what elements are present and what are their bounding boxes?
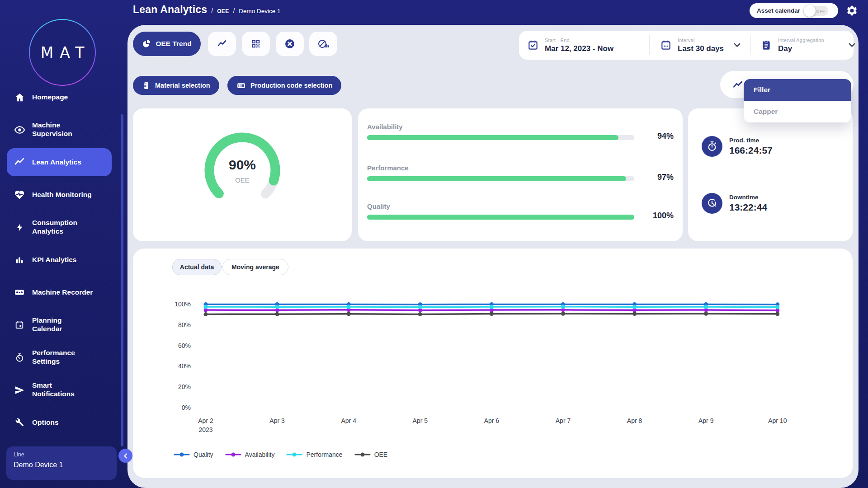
oee-label: OEE (235, 176, 250, 184)
sidebar-item-health-monitoring[interactable]: Health Monitoring (0, 178, 127, 211)
legend-item-oee[interactable]: OEE (354, 451, 388, 458)
divider (750, 35, 751, 55)
data-point[interactable] (275, 312, 279, 316)
sidebar-item-performance-settings[interactable]: Performance Settings (0, 341, 127, 374)
sidebar-scrollbar[interactable] (121, 114, 123, 446)
production-code-selection-label: Production code selection (250, 82, 332, 89)
x-axis-tick: Apr 4 (341, 417, 356, 424)
breadcrumb-device[interactable]: Demo Device 1 (239, 8, 280, 14)
quality-bar-track (367, 215, 634, 220)
availability-bar-fill (367, 135, 618, 140)
asset-calendar-switch[interactable]: OFF (805, 6, 828, 16)
legend-label: Performance (306, 451, 342, 458)
filter-bar: Start - End Mar 12, 2023 - Now Interval … (519, 31, 854, 60)
toggle-knob[interactable] (804, 5, 816, 17)
settings-gear-icon[interactable] (846, 5, 858, 17)
breadcrumb-oee[interactable]: OEE (217, 8, 229, 14)
toggle-off-label: OFF (816, 9, 826, 14)
data-point[interactable] (418, 305, 422, 309)
data-point[interactable] (490, 305, 494, 309)
data-point[interactable] (204, 305, 208, 309)
legend-label: OEE (374, 451, 388, 458)
sidebar-item-lean-analytics[interactable]: Lean Analytics (0, 146, 127, 178)
tab-actual-data[interactable]: Actual data (172, 259, 222, 275)
y-axis-tick: 60% (178, 342, 191, 349)
data-point[interactable] (704, 312, 708, 316)
trend-chart-button[interactable] (208, 32, 236, 56)
downtime-value: 13:22:44 (729, 202, 767, 213)
availability-bar-track (367, 135, 634, 140)
breadcrumb-separator: / (233, 7, 235, 14)
aggregation-value: Day (778, 44, 836, 53)
dropdown-option-capper[interactable]: Capper (744, 101, 851, 122)
sidebar-collapse-button[interactable] (118, 449, 132, 463)
sidebar-item-machine-supervision[interactable]: Machine Supervision (0, 113, 127, 146)
sidebar-item-homepage[interactable]: Homepage (0, 81, 127, 113)
calendar-icon (14, 319, 25, 331)
x-axis-tick: Apr 2 (198, 417, 213, 424)
aggregation-select[interactable]: Interval Aggregation Day (760, 31, 855, 60)
times-card (688, 108, 853, 241)
material-selection-button[interactable]: Material selection (133, 76, 219, 95)
legend-label: Availability (245, 451, 275, 458)
asset-calendar-toggle-pill[interactable]: Asset calendar OFF (750, 3, 838, 18)
barcode-icon (236, 81, 246, 90)
recorder-icon (14, 286, 25, 298)
legend-label: Quality (193, 451, 213, 458)
x-axis-year-label: 2023 (198, 426, 212, 433)
sidebar-nav: Homepage Machine Supervision Lean Analyt… (0, 81, 127, 439)
production-code-selection-button[interactable]: Production code selection (227, 76, 341, 95)
page-title: Lean Analytics (133, 4, 207, 16)
data-point[interactable] (204, 312, 208, 316)
data-point[interactable] (775, 305, 779, 309)
y-axis-tick: 100% (175, 300, 191, 308)
data-point[interactable] (632, 305, 637, 309)
interval-select[interactable]: Interval Last 30 days (660, 31, 741, 60)
data-point[interactable] (347, 312, 351, 316)
bar-chart-icon (14, 254, 25, 266)
prod-time-value: 166:24:57 (729, 145, 773, 156)
data-point[interactable] (775, 312, 779, 316)
start-end-value: Mar 12, 2023 - Now (545, 44, 613, 53)
chevron-down-icon (849, 43, 855, 47)
no-data-chart-button[interactable] (309, 32, 337, 56)
x-axis-tick: Apr 3 (269, 417, 285, 424)
x-axis-tick: Apr 7 (556, 417, 571, 424)
sidebar-item-consumption-analytics[interactable]: Consumption Analytics (0, 211, 127, 244)
legend-item-quality[interactable]: Quality (174, 451, 213, 458)
downtime-row: Downtime 13:22:44 (702, 193, 767, 214)
data-point[interactable] (418, 312, 422, 316)
data-point[interactable] (632, 312, 637, 316)
sidebar-item-smart-notifications[interactable]: Smart Notifications (0, 374, 127, 406)
legend-item-availability[interactable]: Availability (225, 451, 275, 458)
legend-item-performance[interactable]: Performance (286, 451, 342, 458)
sidebar-item-options[interactable]: Options (0, 406, 127, 439)
data-point[interactable] (490, 312, 494, 316)
legend-marker (225, 452, 241, 457)
clear-selection-button[interactable] (276, 32, 304, 56)
dropdown-option-filler[interactable]: Filler (744, 79, 851, 101)
send-icon (14, 384, 25, 396)
sidebar-item-machine-recorder[interactable]: Machine Recorder (0, 276, 127, 309)
calendar-icon (660, 39, 672, 51)
close-circle-icon (284, 38, 295, 49)
date-range-control[interactable]: Start - End Mar 12, 2023 - Now (527, 31, 613, 60)
performance-bar-row: Performance 97% (367, 164, 674, 172)
device-card[interactable]: Line Demo Device 1 (6, 446, 117, 480)
x-axis-tick: Apr 8 (627, 417, 642, 424)
oee-trend-button[interactable]: OEE Trend (133, 32, 201, 56)
data-point[interactable] (347, 305, 351, 309)
data-point[interactable] (561, 305, 565, 309)
device-card-name: Demo Device 1 (14, 461, 109, 469)
prod-time-label: Prod. time (729, 137, 773, 144)
availability-value: 94% (657, 131, 674, 141)
data-point[interactable] (275, 305, 279, 309)
qr-code-button[interactable] (242, 32, 270, 56)
data-point[interactable] (704, 305, 708, 309)
performance-bar-track (367, 176, 634, 181)
sidebar-item-kpi-analytics[interactable]: KPI Analytics (0, 244, 127, 276)
clipboard-icon (760, 39, 772, 51)
data-point[interactable] (561, 312, 565, 316)
sidebar-item-planning-calendar[interactable]: Planning Calendar (0, 309, 127, 341)
tab-moving-average[interactable]: Moving average (222, 259, 288, 275)
